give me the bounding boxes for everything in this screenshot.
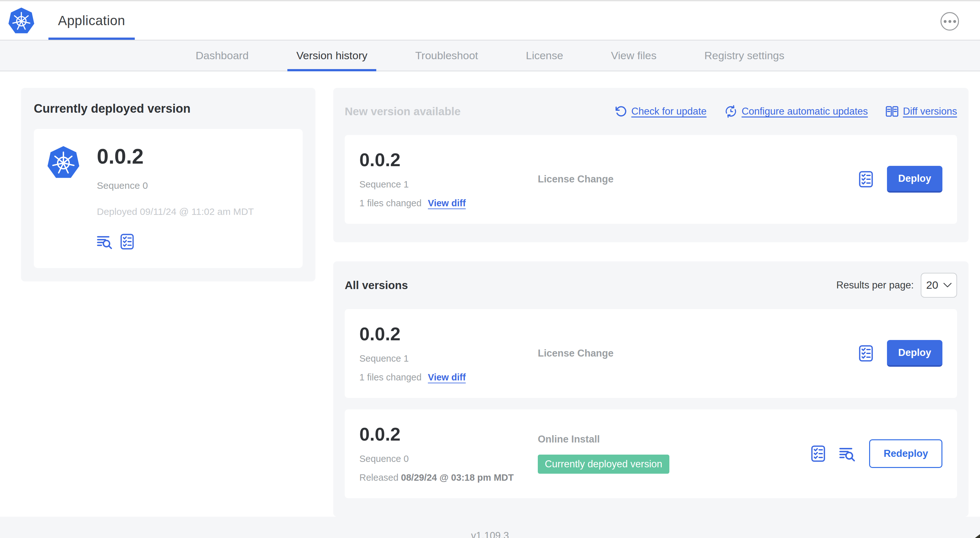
ellipsis-icon [944, 20, 947, 23]
kubernetes-app-icon [46, 146, 80, 179]
preflight-checks-icon[interactable] [811, 445, 825, 462]
diff-icon [886, 105, 899, 118]
version-row: 0.0.2 Sequence 1 1 files changed View di… [345, 309, 957, 398]
deploy-button[interactable]: Deploy [887, 166, 942, 193]
app-header: Application [0, 1, 980, 40]
app-title-tab[interactable]: Application [48, 1, 135, 40]
chevron-down-icon [943, 283, 951, 287]
released-date: 08/29/24 @ 03:18 pm MDT [401, 473, 514, 482]
view-logs-icon[interactable] [97, 234, 112, 249]
console-version-label: v1.109.3 [471, 530, 509, 538]
configure-automatic-updates-link[interactable]: Configure automatic updates [724, 105, 868, 118]
deploy-button[interactable]: Deploy [887, 340, 942, 367]
footer: v1.109.3 [0, 517, 980, 538]
main-nav: Dashboard Version history Troubleshoot L… [0, 40, 980, 71]
deployed-timestamp: Deployed 09/11/24 @ 11:02 am MDT [97, 206, 254, 217]
preflight-checks-icon[interactable] [859, 345, 873, 362]
more-options-button[interactable] [940, 12, 959, 30]
tab-version-history[interactable]: Version history [287, 40, 376, 71]
version-row: 0.0.2 Sequence 0 Released 08/29/24 @ 03:… [345, 409, 957, 498]
view-logs-icon[interactable] [839, 446, 855, 462]
preflight-checks-icon[interactable] [859, 171, 873, 187]
tab-troubleshoot[interactable]: Troubleshoot [406, 40, 487, 71]
new-version-row: 0.0.2 Sequence 1 1 files changed View di… [345, 135, 957, 224]
files-changed-label: 1 files changed [360, 372, 422, 382]
deployed-version-number: 0.0.2 [97, 146, 254, 167]
tab-dashboard[interactable]: Dashboard [187, 40, 258, 71]
version-source-label: Online Install [538, 433, 802, 445]
view-diff-link[interactable]: View diff [428, 372, 466, 382]
tab-license[interactable]: License [517, 40, 572, 71]
preflight-checks-icon[interactable] [121, 234, 134, 249]
tab-view-files[interactable]: View files [602, 40, 665, 71]
main-content: Currently deployed version [0, 71, 980, 517]
kubernetes-logo-icon [8, 7, 35, 34]
auto-update-clock-icon [724, 105, 737, 118]
all-versions-panel: All versions Results per page: 20 [333, 261, 969, 517]
tab-registry-settings[interactable]: Registry settings [695, 40, 793, 71]
new-version-panel: New version available Check for update [333, 88, 969, 242]
released-label: Released [360, 473, 399, 482]
results-per-page-label: Results per page: [836, 279, 914, 291]
row-version-number: 0.0.2 [360, 150, 538, 170]
check-for-update-link[interactable]: Check for update [615, 105, 706, 117]
row-version-number: 0.0.2 [360, 425, 538, 444]
deployed-sequence: Sequence 0 [97, 180, 254, 191]
new-version-heading: New version available [345, 105, 461, 118]
row-sequence: Sequence 0 [360, 454, 538, 464]
view-diff-link[interactable]: View diff [428, 198, 466, 208]
results-per-page-select[interactable]: 20 [921, 273, 957, 298]
files-changed-label: 1 files changed [360, 198, 422, 208]
app-title: Application [58, 13, 125, 29]
refresh-icon [615, 105, 627, 117]
version-source-label: License Change [538, 173, 850, 185]
row-version-number: 0.0.2 [360, 324, 538, 344]
all-versions-heading: All versions [345, 279, 408, 292]
deployed-version-card: 0.0.2 Sequence 0 Deployed 09/11/24 @ 11:… [34, 129, 303, 268]
version-source-label: License Change [538, 348, 850, 359]
diff-versions-link[interactable]: Diff versions [886, 105, 957, 118]
row-sequence: Sequence 1 [360, 179, 538, 190]
cursor-artifact [975, 534, 980, 538]
redeploy-button[interactable]: Redeploy [869, 439, 942, 468]
currently-deployed-badge: Currently deployed version [538, 455, 669, 474]
currently-deployed-panel: Currently deployed version [21, 88, 315, 281]
row-sequence: Sequence 1 [360, 353, 538, 364]
currently-deployed-heading: Currently deployed version [34, 102, 303, 116]
